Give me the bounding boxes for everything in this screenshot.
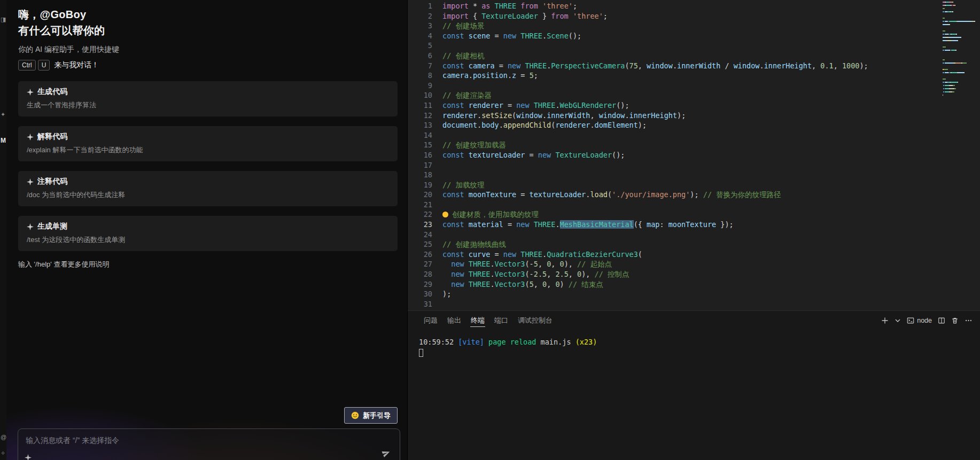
line-number[interactable]: 2 (408, 11, 432, 21)
line-number[interactable]: 6 (408, 51, 432, 61)
code-line[interactable]: 28 new THREE.Vector3(-2.5, 2.5, 0), // 控… (408, 269, 942, 279)
line-number[interactable]: 30 (408, 289, 432, 299)
code-line[interactable]: 9 (408, 81, 942, 91)
line-content: new THREE.Vector3(-2.5, 2.5, 0), // 控制点 (432, 269, 629, 279)
split-terminal-button[interactable] (938, 317, 945, 324)
code-line[interactable]: 11const renderer = new THREE.WebGLRender… (408, 100, 942, 111)
line-number[interactable]: 23 (408, 220, 432, 230)
code-line[interactable]: 25// 创建抛物线曲线 (408, 239, 942, 250)
code-line[interactable]: 6// 创建相机 (408, 51, 942, 61)
code-line[interactable]: 14 (408, 130, 942, 141)
code-line[interactable]: 18 (408, 170, 942, 180)
code-line[interactable]: 1import * as THREE from 'three'; (408, 1, 942, 11)
terminal-dropdown-chevron[interactable] (895, 317, 901, 324)
code-line[interactable]: 29 new THREE.Vector3(5, 0, 0) // 结束点 (408, 279, 942, 290)
line-content: // 创建纹理加载器 (432, 140, 506, 150)
sparkle-icon[interactable]: ✦ (1, 111, 6, 118)
code-line[interactable]: 5 (408, 41, 942, 51)
panel-icon[interactable]: ◨ (1, 16, 6, 23)
line-number[interactable]: 7 (408, 61, 432, 71)
code-line[interactable]: 7const camera = new THREE.PerspectiveCam… (408, 61, 942, 71)
code-line[interactable]: 2import { TextureLoader } from 'three'; (408, 11, 942, 21)
lightbulb-icon[interactable] (442, 212, 448, 217)
star-icon[interactable]: ✧ (1, 450, 6, 457)
code-editor[interactable]: 1import * as THREE from 'three';2import … (408, 0, 980, 310)
suggestion-card[interactable]: 解释代码 /explain 解释一下当前选中函数的功能 (18, 126, 398, 161)
card-title: 注释代码 (37, 177, 67, 186)
suggestion-card[interactable]: 生成单测 /test 为这段选中的函数生成单测 (18, 216, 398, 251)
code-line[interactable]: 8camera.position.z = 5; (408, 71, 942, 81)
onboarding-button[interactable]: 新手引导 (344, 407, 398, 424)
minimap[interactable] (942, 0, 980, 310)
line-number[interactable]: 18 (408, 170, 432, 180)
line-number[interactable]: 27 (408, 259, 432, 269)
code-line[interactable]: 17 (408, 160, 942, 170)
line-number[interactable]: 10 (408, 90, 432, 100)
line-number[interactable]: 21 (408, 200, 432, 210)
code-line[interactable]: 22创建材质，使用加载的纹理 (408, 209, 942, 220)
line-number[interactable]: 29 (408, 279, 432, 290)
line-number[interactable]: 3 (408, 21, 432, 31)
send-icon[interactable] (382, 448, 391, 460)
m-extension-icon[interactable]: M (1, 137, 6, 144)
terminal-tab-端口[interactable]: 端口 (489, 311, 513, 330)
code-line[interactable]: 4const scene = new THREE.Scene(); (408, 31, 942, 41)
terminal-tab-问题[interactable]: 问题 (419, 311, 442, 330)
code-line[interactable]: 3// 创建场景 (408, 21, 942, 31)
code-line[interactable]: 15// 创建纹理加载器 (408, 140, 942, 150)
line-number[interactable]: 4 (408, 31, 432, 41)
code-line[interactable]: 13document.body.appendChild(renderer.dom… (408, 120, 942, 130)
line-number[interactable]: 5 (408, 41, 432, 51)
line-number[interactable]: 22 (408, 209, 432, 220)
input-sparkle-icon[interactable] (25, 454, 32, 460)
code-line[interactable]: 30); (408, 289, 942, 299)
code-line[interactable]: 19// 加载纹理 (408, 180, 942, 190)
suggestion-card[interactable]: 生成代码 生成一个冒泡排序算法 (18, 81, 398, 116)
at-icon[interactable]: @ (1, 434, 6, 440)
line-number[interactable]: 28 (408, 269, 432, 279)
line-content: new THREE.Vector3(-5, 0, 0), // 起始点 (432, 259, 612, 269)
card-description: /doc 为当前选中的代码生成注释 (27, 190, 389, 200)
line-number[interactable]: 24 (408, 230, 432, 240)
code-line[interactable]: 21 (408, 200, 942, 210)
code-line[interactable]: 24 (408, 230, 942, 240)
line-content: document.body.appendChild(renderer.domEl… (432, 120, 647, 130)
code-line[interactable]: 23const material = new THREE.MeshBasicMa… (408, 220, 942, 230)
terminal-output[interactable]: 10:59:52 [vite] page reload main.js (x23… (419, 330, 973, 357)
line-number[interactable]: 12 (408, 111, 432, 121)
line-number[interactable]: 19 (408, 180, 432, 190)
code-line[interactable]: 12renderer.setSize(window.innerWidth, wi… (408, 111, 942, 121)
line-number[interactable]: 1 (408, 1, 432, 11)
line-number[interactable]: 25 (408, 239, 432, 250)
line-number[interactable]: 14 (408, 130, 432, 141)
line-number[interactable]: 20 (408, 190, 432, 200)
line-number[interactable]: 9 (408, 81, 432, 91)
suggestion-card[interactable]: 注释代码 /doc 为当前选中的代码生成注释 (18, 171, 398, 206)
line-content (432, 130, 442, 141)
terminal-tab-输出[interactable]: 输出 (442, 311, 466, 330)
new-terminal-button[interactable] (881, 317, 889, 324)
line-number[interactable]: 31 (408, 299, 432, 309)
chat-input-box[interactable]: 输入消息或者 “/” 来选择指令 (18, 428, 400, 460)
line-number[interactable]: 13 (408, 120, 432, 130)
code-line[interactable]: 20const moonTexture = textureLoader.load… (408, 190, 942, 200)
more-actions-button[interactable] (965, 317, 973, 324)
line-number[interactable]: 16 (408, 150, 432, 160)
ai-assistant-panel: 嗨，@GoBoy 有什么可以帮你的 你的 AI 编程助手，使用快捷键 CtrlU… (6, 0, 408, 460)
code-line[interactable]: 31 (408, 299, 942, 309)
code-line[interactable]: 10// 创建渲染器 (408, 90, 942, 100)
terminal-tab-终端[interactable]: 终端 (466, 311, 489, 330)
code-line[interactable]: 27 new THREE.Vector3(-5, 0, 0), // 起始点 (408, 259, 942, 269)
code-line[interactable]: 26const curve = new THREE.QuadraticBezie… (408, 250, 942, 260)
terminal-tab-调试控制台[interactable]: 调试控制台 (513, 311, 557, 330)
line-number[interactable]: 11 (408, 100, 432, 111)
line-number[interactable]: 15 (408, 140, 432, 150)
shell-selector[interactable]: node (907, 317, 932, 324)
terminal-panel: 问题输出终端端口调试控制台 node (408, 310, 980, 460)
line-number[interactable]: 8 (408, 71, 432, 81)
line-content: renderer.setSize(window.innerWidth, wind… (432, 111, 686, 121)
line-number[interactable]: 26 (408, 250, 432, 260)
kill-terminal-button[interactable] (951, 317, 959, 324)
line-number[interactable]: 17 (408, 160, 432, 170)
code-line[interactable]: 16const textureLoader = new TextureLoade… (408, 150, 942, 160)
